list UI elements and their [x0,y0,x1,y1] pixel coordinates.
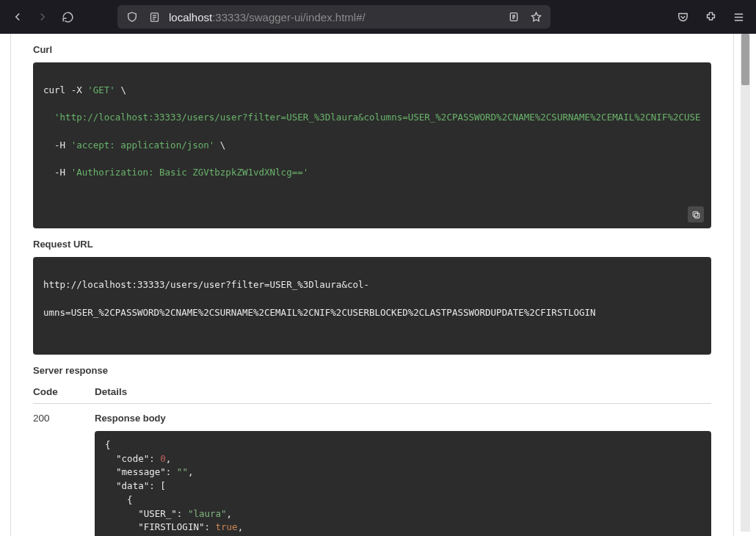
response-body-label: Response body [95,413,711,424]
svg-rect-2 [694,213,699,218]
forward-icon [35,10,50,24]
details-col-header: Details [95,386,127,397]
url-bar[interactable]: localhost:33333/swagger-ui/index.html#/ [117,5,550,29]
scrollbar-track[interactable] [741,34,750,532]
request-url-label: Request URL [33,239,711,250]
response-body-codebox: { "code": 0, "message": "", "data": [ { … [95,431,711,536]
response-code: 200 [33,413,65,536]
curl-codebox: curl -X 'GET' \ 'http://localhost:33333/… [33,62,711,228]
code-col-header: Code [33,386,65,397]
reader-mode-icon[interactable] [506,10,521,24]
reload-icon[interactable] [60,10,75,24]
bookmark-star-icon[interactable] [528,10,543,24]
menu-icon[interactable] [731,10,746,24]
browser-toolbar: localhost:33333/swagger-ui/index.html#/ [0,0,756,34]
server-response-label: Server response [33,365,711,376]
shield-icon[interactable] [125,10,139,24]
page-content: Curl curl -X 'GET' \ 'http://localhost:3… [0,34,756,536]
svg-rect-3 [693,211,698,217]
scrollbar-thumb[interactable] [741,34,749,85]
extensions-icon[interactable] [703,10,718,24]
request-url-codebox: http://localhost:33333/users/user?filter… [33,257,711,355]
url-text: localhost:33333/swagger-ui/index.html#/ [169,11,499,23]
page-info-icon[interactable] [147,10,161,24]
back-icon[interactable] [10,10,25,24]
curl-label: Curl [33,44,711,55]
copy-curl-button[interactable] [688,206,704,222]
pocket-icon[interactable] [675,10,690,24]
